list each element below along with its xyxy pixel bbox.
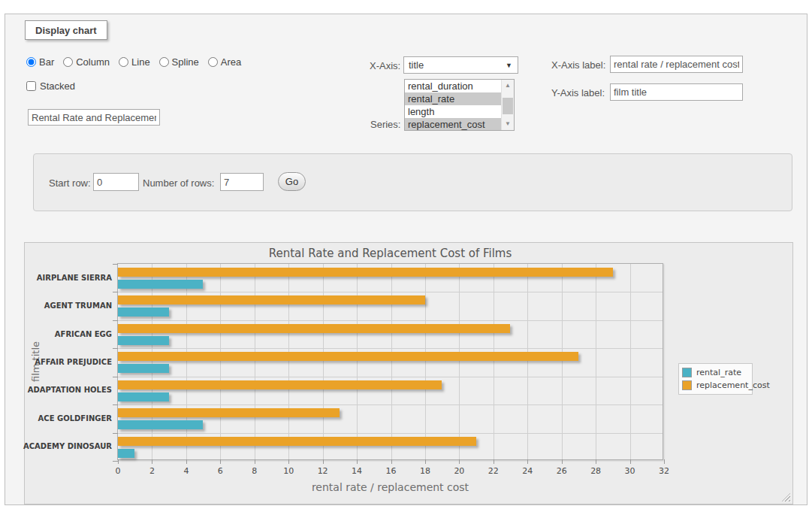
chart-type-radio-bar[interactable] bbox=[26, 57, 36, 67]
go-button[interactable]: Go bbox=[278, 172, 306, 191]
resize-handle-icon[interactable] bbox=[782, 493, 790, 501]
chart-type-radio-area[interactable] bbox=[208, 57, 218, 67]
chart-type-radio-group: BarColumnLineSplineArea bbox=[26, 56, 241, 68]
gridline bbox=[118, 377, 663, 377]
gridline bbox=[152, 264, 152, 459]
stacked-checkbox[interactable] bbox=[26, 81, 36, 91]
bar-replacement_cost bbox=[118, 268, 613, 277]
start-row-input[interactable] bbox=[93, 173, 139, 191]
x-tick-mark bbox=[596, 459, 596, 464]
series-scrollbar[interactable]: ▲ ▼ bbox=[501, 80, 514, 130]
y-tick-mark bbox=[113, 377, 118, 377]
chart-x-axis-label: rental rate / replacement cost bbox=[117, 481, 663, 493]
legend-swatch-icon bbox=[682, 368, 692, 377]
x-tick-label: 18 bbox=[414, 466, 436, 476]
scroll-up-icon[interactable]: ▲ bbox=[502, 80, 514, 92]
gridline bbox=[562, 264, 563, 459]
fieldset-legend: Display chart bbox=[25, 20, 107, 40]
series-listbox[interactable]: rental_durationrental_ratelengthreplacem… bbox=[404, 79, 515, 131]
chart-legend: rental_ratereplacement_cost bbox=[678, 363, 753, 395]
x-tick-mark bbox=[288, 459, 289, 464]
chart-type-option-column[interactable]: Column bbox=[63, 56, 110, 68]
chart-type-option-line[interactable]: Line bbox=[119, 56, 150, 68]
category-label: AIRPLANE SIERRA bbox=[19, 274, 112, 282]
chevron-down-icon: ▼ bbox=[506, 62, 512, 69]
x-tick-label: 30 bbox=[619, 466, 641, 476]
y-tick-mark bbox=[113, 348, 118, 349]
chart-type-label: Bar bbox=[39, 56, 54, 68]
x-tick-label: 22 bbox=[482, 466, 505, 476]
x-tick-label: 24 bbox=[516, 466, 539, 476]
chart-title-input[interactable] bbox=[28, 109, 160, 126]
number-of-rows-input[interactable] bbox=[220, 173, 264, 191]
x-tick-mark bbox=[323, 459, 324, 464]
x-tick-label: 28 bbox=[584, 466, 607, 476]
chart-type-radio-column[interactable] bbox=[63, 57, 73, 67]
gridline bbox=[630, 264, 631, 459]
x-tick-label: 12 bbox=[312, 466, 334, 476]
gridline bbox=[459, 264, 460, 459]
gridline bbox=[323, 264, 324, 459]
series-option-rental_rate[interactable]: rental_rate bbox=[405, 92, 501, 105]
x-tick-mark bbox=[562, 459, 563, 464]
x-tick-label: 26 bbox=[551, 466, 573, 476]
legend-swatch-icon bbox=[682, 380, 692, 390]
bar-rental_rate bbox=[118, 449, 134, 458]
gridline bbox=[527, 264, 528, 459]
bar-rental_rate bbox=[118, 420, 203, 429]
series-option-replacement_cost[interactable]: replacement_cost bbox=[405, 118, 501, 131]
x-tick-mark bbox=[152, 459, 152, 464]
bar-replacement_cost bbox=[118, 380, 442, 389]
bar-rental_rate bbox=[118, 364, 169, 373]
x-tick-mark bbox=[118, 459, 119, 464]
stacked-label: Stacked bbox=[40, 80, 75, 92]
x-tick-mark bbox=[425, 459, 426, 464]
bar-rental_rate bbox=[118, 336, 169, 345]
legend-item-rental_rate: rental_rate bbox=[682, 366, 749, 379]
chart-type-label: Area bbox=[221, 56, 241, 68]
chart-type-option-area[interactable]: Area bbox=[208, 56, 241, 68]
x-tick-mark bbox=[220, 459, 221, 464]
gridline bbox=[118, 433, 663, 434]
start-row-label: Start row: bbox=[49, 177, 91, 189]
y-axis-label-input[interactable] bbox=[610, 83, 743, 101]
x-tick-label: 16 bbox=[380, 466, 403, 476]
gridline bbox=[596, 264, 596, 459]
category-label: ACE GOLDFINGER bbox=[19, 414, 112, 423]
chart-type-option-spline[interactable]: Spline bbox=[159, 56, 199, 68]
gridline bbox=[255, 264, 255, 459]
gridline bbox=[357, 264, 358, 459]
x-axis-label-field-label: X-Axis label: bbox=[551, 59, 605, 71]
x-axis-select-label: X-Axis: bbox=[370, 60, 400, 71]
gridline bbox=[494, 264, 494, 459]
category-label: AFRICAN EGG bbox=[19, 330, 112, 338]
y-tick-mark bbox=[113, 404, 118, 405]
scrollbar-thumb[interactable] bbox=[503, 98, 513, 114]
gridline bbox=[118, 348, 663, 349]
x-tick-label: 32 bbox=[653, 466, 675, 476]
chart-container: Rental Rate and Replacement Cost of Film… bbox=[24, 242, 793, 504]
x-tick-label: 2 bbox=[140, 466, 163, 476]
x-axis-label-input[interactable] bbox=[610, 56, 743, 73]
x-tick-label: 0 bbox=[107, 466, 129, 476]
y-tick-mark bbox=[113, 461, 118, 462]
series-option-length[interactable]: length bbox=[405, 105, 501, 118]
y-tick-mark bbox=[113, 292, 118, 292]
bar-rental_rate bbox=[118, 392, 169, 401]
x-tick-label: 6 bbox=[209, 466, 231, 476]
legend-label: rental_rate bbox=[696, 368, 741, 377]
bar-rental_rate bbox=[118, 308, 169, 317]
scroll-down-icon[interactable]: ▼ bbox=[502, 118, 514, 130]
chart-type-radio-spline[interactable] bbox=[159, 57, 169, 67]
legend-label: replacement_cost bbox=[696, 380, 770, 390]
number-of-rows-label: Number of rows: bbox=[143, 177, 214, 189]
chart-type-radio-line[interactable] bbox=[119, 57, 128, 67]
chart-type-option-bar[interactable]: Bar bbox=[26, 56, 54, 68]
y-axis-label-field-label: Y-Axis label: bbox=[551, 87, 605, 98]
page: Display chart BarColumnLineSplineArea St… bbox=[0, 0, 812, 512]
series-select-label: Series: bbox=[370, 119, 400, 130]
series-option-rental_duration[interactable]: rental_duration bbox=[405, 80, 501, 92]
x-tick-mark bbox=[527, 459, 528, 464]
x-axis-select[interactable]: title ▼ bbox=[403, 56, 518, 74]
x-tick-mark bbox=[186, 459, 187, 464]
